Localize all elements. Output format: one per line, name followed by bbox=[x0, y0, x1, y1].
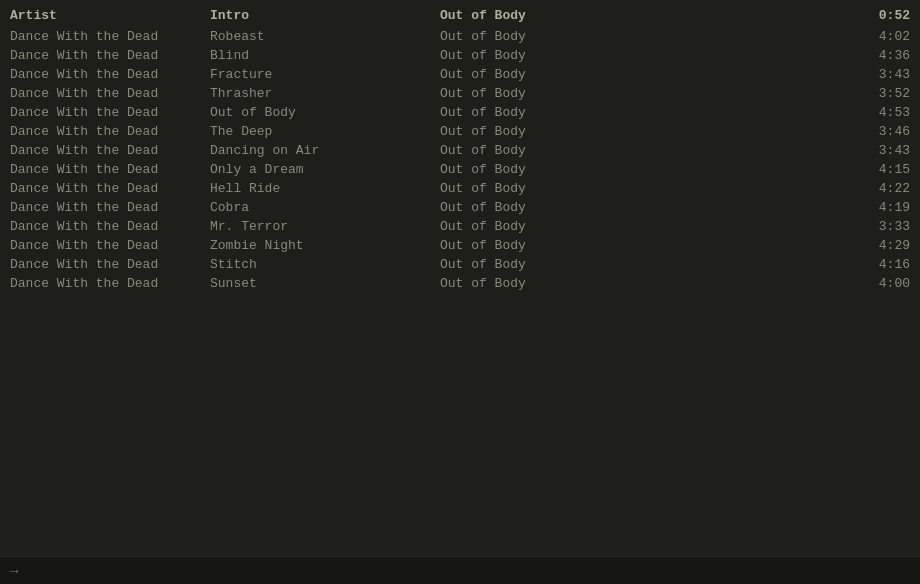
header-album: Out of Body bbox=[440, 8, 850, 23]
table-row[interactable]: Dance With the DeadSunsetOut of Body4:00 bbox=[0, 274, 920, 293]
track-duration: 3:46 bbox=[850, 124, 910, 139]
track-duration: 3:33 bbox=[850, 219, 910, 234]
table-row[interactable]: Dance With the DeadCobraOut of Body4:19 bbox=[0, 198, 920, 217]
track-duration: 4:02 bbox=[850, 29, 910, 44]
header-title: Intro bbox=[210, 8, 440, 23]
track-title: Only a Dream bbox=[210, 162, 440, 177]
arrow-icon: → bbox=[10, 563, 18, 579]
track-duration: 4:22 bbox=[850, 181, 910, 196]
track-title: Blind bbox=[210, 48, 440, 63]
track-artist: Dance With the Dead bbox=[10, 181, 210, 196]
track-title: Robeast bbox=[210, 29, 440, 44]
track-album: Out of Body bbox=[440, 257, 850, 272]
table-row[interactable]: Dance With the DeadMr. TerrorOut of Body… bbox=[0, 217, 920, 236]
track-list: Artist Intro Out of Body 0:52 Dance With… bbox=[0, 0, 920, 299]
track-duration: 4:53 bbox=[850, 105, 910, 120]
track-album: Out of Body bbox=[440, 124, 850, 139]
track-duration: 4:15 bbox=[850, 162, 910, 177]
track-album: Out of Body bbox=[440, 86, 850, 101]
table-row[interactable]: Dance With the DeadThrasherOut of Body3:… bbox=[0, 84, 920, 103]
header-duration: 0:52 bbox=[850, 8, 910, 23]
track-artist: Dance With the Dead bbox=[10, 124, 210, 139]
track-artist: Dance With the Dead bbox=[10, 48, 210, 63]
table-row[interactable]: Dance With the DeadThe DeepOut of Body3:… bbox=[0, 122, 920, 141]
track-album: Out of Body bbox=[440, 105, 850, 120]
track-title: Stitch bbox=[210, 257, 440, 272]
track-artist: Dance With the Dead bbox=[10, 86, 210, 101]
track-artist: Dance With the Dead bbox=[10, 67, 210, 82]
table-row[interactable]: Dance With the DeadZombie NightOut of Bo… bbox=[0, 236, 920, 255]
track-album: Out of Body bbox=[440, 48, 850, 63]
table-row[interactable]: Dance With the DeadOut of BodyOut of Bod… bbox=[0, 103, 920, 122]
track-title: Sunset bbox=[210, 276, 440, 291]
track-artist: Dance With the Dead bbox=[10, 276, 210, 291]
track-title: Thrasher bbox=[210, 86, 440, 101]
track-artist: Dance With the Dead bbox=[10, 143, 210, 158]
table-row[interactable]: Dance With the DeadRobeastOut of Body4:0… bbox=[0, 27, 920, 46]
track-artist: Dance With the Dead bbox=[10, 162, 210, 177]
track-album: Out of Body bbox=[440, 200, 850, 215]
track-album: Out of Body bbox=[440, 238, 850, 253]
track-album: Out of Body bbox=[440, 219, 850, 234]
track-duration: 4:16 bbox=[850, 257, 910, 272]
track-title: The Deep bbox=[210, 124, 440, 139]
track-duration: 3:43 bbox=[850, 67, 910, 82]
track-album: Out of Body bbox=[440, 29, 850, 44]
bottom-bar: → bbox=[0, 556, 920, 584]
track-title: Fracture bbox=[210, 67, 440, 82]
table-header: Artist Intro Out of Body 0:52 bbox=[0, 6, 920, 25]
track-duration: 3:43 bbox=[850, 143, 910, 158]
track-duration: 4:36 bbox=[850, 48, 910, 63]
table-row[interactable]: Dance With the DeadBlindOut of Body4:36 bbox=[0, 46, 920, 65]
table-row[interactable]: Dance With the DeadOnly a DreamOut of Bo… bbox=[0, 160, 920, 179]
track-title: Zombie Night bbox=[210, 238, 440, 253]
track-duration: 4:29 bbox=[850, 238, 910, 253]
track-title: Cobra bbox=[210, 200, 440, 215]
track-album: Out of Body bbox=[440, 143, 850, 158]
track-title: Out of Body bbox=[210, 105, 440, 120]
table-row[interactable]: Dance With the DeadFractureOut of Body3:… bbox=[0, 65, 920, 84]
track-album: Out of Body bbox=[440, 276, 850, 291]
track-duration: 4:00 bbox=[850, 276, 910, 291]
track-artist: Dance With the Dead bbox=[10, 257, 210, 272]
track-duration: 4:19 bbox=[850, 200, 910, 215]
track-album: Out of Body bbox=[440, 162, 850, 177]
table-row[interactable]: Dance With the DeadDancing on AirOut of … bbox=[0, 141, 920, 160]
track-title: Dancing on Air bbox=[210, 143, 440, 158]
track-artist: Dance With the Dead bbox=[10, 29, 210, 44]
track-artist: Dance With the Dead bbox=[10, 238, 210, 253]
track-album: Out of Body bbox=[440, 67, 850, 82]
table-row[interactable]: Dance With the DeadHell RideOut of Body4… bbox=[0, 179, 920, 198]
track-duration: 3:52 bbox=[850, 86, 910, 101]
header-artist: Artist bbox=[10, 8, 210, 23]
track-artist: Dance With the Dead bbox=[10, 105, 210, 120]
track-title: Mr. Terror bbox=[210, 219, 440, 234]
track-title: Hell Ride bbox=[210, 181, 440, 196]
table-row[interactable]: Dance With the DeadStitchOut of Body4:16 bbox=[0, 255, 920, 274]
track-artist: Dance With the Dead bbox=[10, 200, 210, 215]
track-artist: Dance With the Dead bbox=[10, 219, 210, 234]
track-album: Out of Body bbox=[440, 181, 850, 196]
